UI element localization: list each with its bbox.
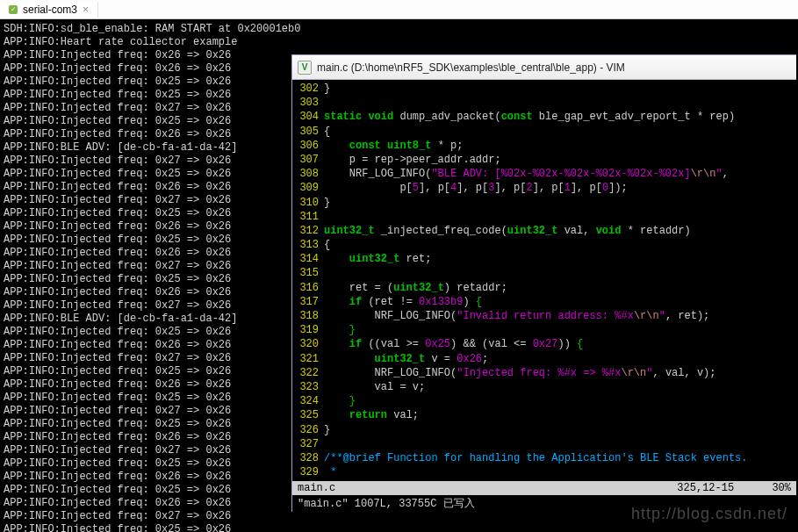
line-number: 324 [294, 394, 324, 408]
code-line: 328/**@brief Function for handling the A… [294, 451, 794, 465]
line-number: 311 [294, 210, 324, 224]
code-line: 315 [294, 266, 794, 280]
line-number: 325 [294, 408, 324, 422]
line-number: 328 [294, 451, 324, 465]
code-text: { [324, 238, 794, 252]
code-text: static void dump_adv_packet(const ble_ga… [324, 110, 794, 124]
vim-statusline: main.c 325,12-15 30% [292, 481, 796, 495]
code-text: } [324, 196, 794, 210]
code-line: 320 if ((val >= 0x25) && (val <= 0x27)) … [294, 337, 794, 351]
line-number: 327 [294, 437, 324, 451]
vim-window[interactable]: V main.c (D:\home\nRF5_SDK\examples\ble_… [291, 54, 796, 512]
vim-title-text: main.c (D:\home\nRF5_SDK\examples\ble_ce… [317, 61, 625, 74]
line-number: 319 [294, 323, 324, 337]
vim-editor[interactable]: 302}303304static void dump_adv_packet(co… [292, 80, 796, 481]
line-number: 309 [294, 181, 324, 195]
code-line: 311 [294, 210, 794, 224]
line-number: 321 [294, 352, 324, 366]
code-text: p[5], p[4], p[3], p[2], p[1], p[0]); [324, 181, 794, 195]
terminal-line: APP:INFO:Injected freq: 0x25 => 0x26 [4, 523, 794, 532]
code-text: val = v; [324, 380, 794, 394]
code-line: 305{ [294, 125, 794, 139]
tab-icon: ✓ [9, 5, 18, 14]
line-number: 329 [294, 465, 324, 479]
line-number: 312 [294, 224, 324, 238]
line-number: 318 [294, 309, 324, 323]
code-text: } [324, 423, 794, 437]
code-line: 317 if (ret != 0x133b9) { [294, 295, 794, 309]
code-line: 307 p = rep->peer_addr.addr; [294, 153, 794, 167]
code-text: const uint8_t * p; [324, 139, 794, 153]
code-line: 326} [294, 423, 794, 437]
code-text [324, 210, 794, 224]
code-text: uint32_t ret; [324, 252, 794, 266]
code-text: if ((val >= 0x25) && (val <= 0x27)) { [324, 337, 794, 351]
code-line: 314 uint32_t ret; [294, 252, 794, 266]
tab-close-icon[interactable]: × [83, 4, 89, 16]
code-text: NRF_LOG_INFO("Invalid return address: %#… [324, 309, 794, 323]
code-line: 318 NRF_LOG_INFO("Invalid return address… [294, 309, 794, 323]
code-line: 325 return val; [294, 408, 794, 422]
tab-bar: ✓ serial-com3 × [0, 0, 798, 19]
tab-title: serial-com3 [23, 4, 77, 16]
line-number: 307 [294, 153, 324, 167]
code-text: /**@brief Function for handling the Appl… [324, 451, 794, 465]
status-filename: main.c [298, 482, 335, 494]
code-text: ret = (uint32_t) retaddr; [324, 281, 794, 295]
code-text: uint32_t v = 0x26; [324, 352, 794, 366]
line-number: 302 [294, 82, 324, 96]
status-percent: 30% [772, 482, 791, 494]
line-number: 314 [294, 252, 324, 266]
code-line: 321 uint32_t v = 0x26; [294, 352, 794, 366]
line-number: 313 [294, 238, 324, 252]
code-line: 316 ret = (uint32_t) retaddr; [294, 281, 794, 295]
code-line: 308 NRF_LOG_INFO("BLE ADV: [%02x-%02x-%0… [294, 167, 794, 181]
code-line: 302} [294, 82, 794, 96]
code-line: 324 } [294, 394, 794, 408]
code-line: 310} [294, 196, 794, 210]
line-number: 308 [294, 167, 324, 181]
vim-cmdline[interactable]: "main.c" 1007L, 33755C 已写入 [292, 495, 796, 512]
code-text: } [324, 323, 794, 337]
code-text [324, 437, 794, 451]
line-number: 305 [294, 125, 324, 139]
code-text: NRF_LOG_INFO("BLE ADV: [%02x-%02x-%02x-%… [324, 167, 794, 181]
code-line: 327 [294, 437, 794, 451]
code-text: * [324, 465, 794, 479]
code-line: 322 NRF_LOG_INFO("Injected freq: %#x => … [294, 366, 794, 380]
code-text [324, 96, 794, 110]
code-line: 312uint32_t _injected_freq_code(uint32_t… [294, 224, 794, 238]
code-text: } [324, 394, 794, 408]
line-number: 304 [294, 110, 324, 124]
line-number: 317 [294, 295, 324, 309]
code-text: { [324, 125, 794, 139]
vim-icon: V [298, 61, 312, 75]
line-number: 316 [294, 281, 324, 295]
code-text: return val; [324, 408, 794, 422]
terminal-line: APP:INFO:Injected freq: 0x27 => 0x26 [4, 510, 794, 523]
line-number: 320 [294, 337, 324, 351]
line-number: 306 [294, 139, 324, 153]
code-text: NRF_LOG_INFO("Injected freq: %#x => %#x\… [324, 366, 794, 380]
line-number: 326 [294, 423, 324, 437]
code-line: 319 } [294, 323, 794, 337]
status-position: 325,12-15 [677, 482, 734, 494]
line-number: 322 [294, 366, 324, 380]
tab-serial[interactable]: ✓ serial-com3 × [0, 2, 98, 18]
line-number: 323 [294, 380, 324, 394]
line-number: 303 [294, 96, 324, 110]
code-line: 303 [294, 96, 794, 110]
code-line: 309 p[5], p[4], p[3], p[2], p[1], p[0]); [294, 181, 794, 195]
code-line: 304static void dump_adv_packet(const ble… [294, 110, 794, 124]
code-line: 329 * [294, 465, 794, 479]
terminal-line: APP:INFO:Heart rate collector example [4, 36, 794, 49]
line-number: 310 [294, 196, 324, 210]
line-number: 315 [294, 266, 324, 280]
code-text: } [324, 82, 794, 96]
vim-titlebar[interactable]: V main.c (D:\home\nRF5_SDK\examples\ble_… [292, 55, 796, 80]
code-text: p = rep->peer_addr.addr; [324, 153, 794, 167]
code-line: 306 const uint8_t * p; [294, 139, 794, 153]
code-text: if (ret != 0x133b9) { [324, 295, 794, 309]
code-text [324, 266, 794, 280]
code-line: 323 val = v; [294, 380, 794, 394]
